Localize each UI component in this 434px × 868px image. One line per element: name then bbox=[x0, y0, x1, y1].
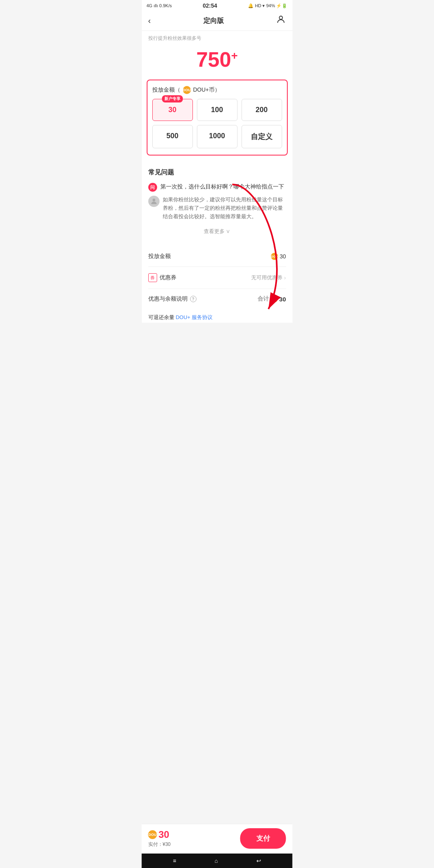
see-more-button[interactable]: 查看更多 ∨ bbox=[148, 225, 286, 237]
back-button[interactable]: ‹ bbox=[148, 16, 151, 25]
order-total-label: 优惠与余额说明 ? bbox=[148, 295, 197, 303]
user-icon[interactable] bbox=[276, 14, 286, 27]
status-bar: 4G ıllı 0.9K/s 02:54 🔔 HD ▾ 94% ⚡🔋 bbox=[142, 0, 293, 10]
coupon-icon: 券 bbox=[148, 273, 157, 282]
order-total-row: 优惠与余额说明 ? 合计 DOU 30 bbox=[148, 289, 286, 309]
svg-point-1 bbox=[152, 199, 155, 201]
big-number-section: 750+ bbox=[142, 43, 293, 80]
nav-bar: ‹ 定向版 bbox=[142, 10, 293, 31]
faq-section: 常见问题 问 第一次投，选什么目标好啊？哪个大神给指点一下 如果你粉丝比较少，建… bbox=[142, 162, 293, 243]
faq-q-icon: 问 bbox=[148, 183, 157, 192]
order-total-value: 合计 DOU 30 bbox=[258, 295, 286, 303]
amount-option-1000[interactable]: 1000 bbox=[197, 125, 237, 148]
status-time: 02:54 bbox=[203, 2, 217, 9]
faq-title: 常见问题 bbox=[148, 168, 286, 177]
amount-option-100[interactable]: 100 bbox=[197, 99, 237, 121]
amount-option-200[interactable]: 200 bbox=[242, 99, 282, 121]
big-number: 750+ bbox=[142, 49, 293, 70]
bottom-blur-text: 可退还余量 DOU+ 服务协议 bbox=[142, 309, 293, 323]
order-coupon-label: 券 优惠券 bbox=[148, 273, 176, 282]
service-link[interactable]: DOU+ 服务协议 bbox=[176, 314, 213, 320]
hint-text: 投行提升粉丝效果很多号 bbox=[142, 31, 293, 43]
order-amount-row: 投放金额 DOU 30 bbox=[148, 246, 286, 267]
amount-option-500[interactable]: 500 bbox=[152, 125, 193, 148]
status-icons: 🔔 HD ▾ 94% ⚡🔋 bbox=[248, 3, 287, 8]
faq-question: 问 第一次投，选什么目标好啊？哪个大神给指点一下 bbox=[148, 182, 286, 192]
svg-point-0 bbox=[279, 16, 283, 19]
order-amount-label: 投放金额 bbox=[148, 253, 171, 260]
order-coupon-row[interactable]: 券 优惠券 无可用优惠券 › bbox=[148, 267, 286, 289]
order-amount-value: DOU 30 bbox=[271, 253, 286, 260]
coupon-arrow-icon: › bbox=[284, 274, 286, 281]
faq-question-text: 第一次投，选什么目标好啊？哪个大神给指点一下 bbox=[160, 182, 284, 191]
amount-label: 投放金额（ DOU DOU+币） bbox=[152, 86, 282, 94]
faq-answer: 如果你粉丝比较少，建议你可以先用粉丝量这个目标养粉，然后有了一定的粉丝再把粉丝量… bbox=[148, 196, 286, 221]
amount-option-30[interactable]: 新户专享 30 bbox=[152, 99, 193, 121]
total-coin-icon: DOU bbox=[270, 295, 278, 303]
order-coin-icon: DOU bbox=[271, 253, 278, 260]
amount-grid: 新户专享 30 100 200 500 1000 自定义 bbox=[152, 99, 282, 148]
faq-answer-text: 如果你粉丝比较少，建议你可以先用粉丝量这个目标养粉，然后有了一定的粉丝再把粉丝量… bbox=[163, 196, 286, 221]
amount-section: 投放金额（ DOU DOU+币） 新户专享 30 100 200 500 100… bbox=[147, 80, 288, 156]
page-title: 定向版 bbox=[203, 16, 224, 25]
new-user-badge: 新户专享 bbox=[162, 95, 183, 102]
order-coupon-value: 无可用优惠券 › bbox=[251, 274, 286, 281]
status-signal: 4G ıllı 0.9K/s bbox=[147, 3, 172, 8]
dou-coin-icon: DOU bbox=[183, 86, 191, 94]
amount-option-custom[interactable]: 自定义 bbox=[242, 125, 282, 148]
order-section: 投放金额 DOU 30 券 优惠券 无可用优惠券 › 优惠与余额说明 bbox=[142, 246, 293, 309]
faq-avatar bbox=[148, 196, 160, 207]
main-content: 投行提升粉丝效果很多号 750+ 投放金额（ DOU DOU+币） 新户专享 3… bbox=[142, 31, 293, 323]
help-icon[interactable]: ? bbox=[190, 296, 197, 302]
